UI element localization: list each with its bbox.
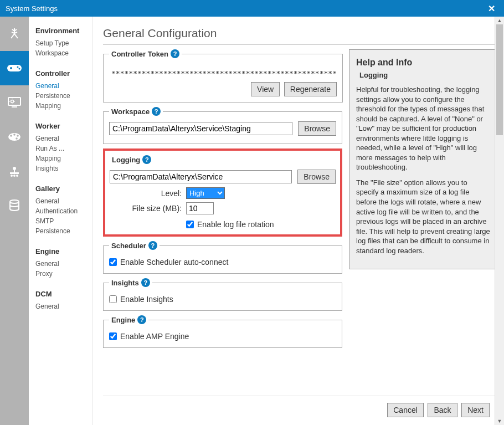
scroll-up-icon[interactable]: ▲ (495, 17, 504, 24)
controller-token-group: Controller Token ? *********************… (103, 49, 343, 103)
help-panel: Help and Info Logging Helpful for troubl… (349, 49, 497, 269)
rail-worker[interactable] (0, 85, 29, 120)
rail-controller[interactable] (0, 51, 29, 85)
sidebar-item-engine-general[interactable]: General (35, 259, 92, 269)
enable-rotation-label: Enable log file rotation (197, 220, 274, 229)
page-title: General Configuration (103, 27, 497, 45)
svg-point-6 (11, 100, 14, 103)
sidebar-item-proxy[interactable]: Proxy (35, 269, 92, 279)
workspace-legend: Workspace (111, 107, 150, 116)
close-icon[interactable]: ✕ (485, 3, 498, 14)
logging-browse-button[interactable]: Browse (297, 170, 336, 184)
sidebar-item-mapping[interactable]: Mapping (35, 101, 92, 111)
sidebar-item-smtp[interactable]: SMTP (35, 216, 92, 226)
insights-legend: Insights (111, 279, 139, 287)
help-icon[interactable]: ? (152, 107, 161, 116)
regenerate-button[interactable]: Regenerate (284, 82, 337, 96)
help-paragraph-1: Helpful for troubleshooting, the logging… (356, 85, 490, 172)
scroll-down-icon[interactable]: ▼ (495, 417, 504, 425)
svg-point-11 (16, 137, 18, 140)
scrollbar-thumb[interactable] (496, 24, 503, 135)
scheduler-group: Scheduler ? Enable Scheduler auto-connec… (103, 241, 342, 274)
svg-point-10 (17, 135, 19, 137)
sidebar: Environment Setup Type Workspace Control… (29, 17, 93, 425)
view-button[interactable]: View (251, 82, 280, 96)
svg-point-1 (10, 67, 12, 69)
window-title: System Settings (6, 4, 485, 13)
sidebar-item-authentication[interactable]: Authentication (35, 206, 92, 216)
engine-legend: Engine (111, 316, 135, 324)
insights-enable-checkbox[interactable] (109, 295, 117, 303)
controller-token-value: ****************************************… (109, 64, 337, 82)
sidebar-item-worker-general[interactable]: General (35, 134, 92, 144)
sidebar-item-insights[interactable]: Insights (35, 163, 92, 173)
sidebar-item-dcm-general[interactable]: General (35, 301, 92, 311)
sidebar-item-workspace[interactable]: Workspace (35, 48, 92, 58)
sidebar-item-setup-type[interactable]: Setup Type (35, 38, 92, 48)
svg-point-9 (13, 134, 16, 136)
logging-path-input[interactable] (110, 170, 292, 183)
workspace-path-input[interactable] (109, 122, 292, 135)
sidebar-group-gallery[interactable]: Gallery (35, 185, 92, 193)
scheduler-legend: Scheduler (111, 242, 146, 250)
engine-enable-checkbox[interactable] (109, 332, 117, 340)
svg-point-12 (13, 167, 16, 170)
controller-token-legend: Controller Token (111, 50, 168, 58)
insights-enable-label: Enable Insights (120, 295, 173, 304)
help-icon[interactable]: ? (171, 49, 179, 58)
sidebar-item-general[interactable]: General (35, 81, 92, 91)
filesize-input[interactable] (186, 202, 214, 214)
svg-point-15 (13, 175, 16, 177)
workspace-browse-button[interactable]: Browse (298, 121, 336, 136)
scheduler-enable-checkbox[interactable] (109, 258, 117, 266)
help-icon[interactable]: ? (137, 315, 146, 324)
enable-rotation-checkbox[interactable] (186, 221, 194, 228)
rail-engine[interactable] (0, 154, 29, 188)
sidebar-item-run-as[interactable]: Run As ... (35, 144, 92, 153)
help-icon[interactable]: ? (148, 241, 157, 250)
sidebar-group-engine[interactable]: Engine (35, 247, 92, 255)
svg-point-16 (16, 175, 18, 177)
engine-group: Engine ? Enable AMP Engine (103, 315, 342, 348)
engine-enable-label: Enable AMP Engine (120, 332, 189, 341)
logging-group: Logging ? Browse Level: High File size (… (103, 149, 342, 237)
rail-dcm[interactable] (0, 188, 29, 223)
titlebar: System Settings ✕ (0, 0, 504, 17)
help-title: Help and Info (356, 58, 490, 68)
svg-point-17 (10, 200, 19, 203)
rail-gallery[interactable] (0, 120, 29, 154)
svg-point-14 (11, 175, 13, 177)
sidebar-group-dcm[interactable]: DCM (35, 290, 92, 298)
rail-environment[interactable] (0, 17, 29, 51)
help-icon[interactable]: ? (141, 278, 150, 287)
svg-rect-13 (10, 172, 19, 174)
help-paragraph-2: The "File size" option allows you to spe… (356, 178, 490, 255)
insights-group: Insights ? Enable Insights (103, 278, 342, 311)
scheduler-enable-label: Enable Scheduler auto-connect (120, 258, 228, 267)
logging-legend: Logging (112, 156, 140, 164)
sidebar-item-worker-mapping[interactable]: Mapping (35, 153, 92, 163)
footer: Cancel Back Next (103, 396, 497, 425)
sidebar-group-controller[interactable]: Controller (35, 69, 92, 78)
next-button[interactable]: Next (461, 403, 490, 417)
svg-point-3 (19, 68, 20, 70)
icon-rail (0, 17, 29, 425)
workspace-group: Workspace ? Browse (103, 107, 342, 144)
sidebar-item-persistence[interactable]: Persistence (35, 91, 92, 101)
scrollbar[interactable]: ▲ ▼ (495, 17, 504, 425)
sidebar-item-gallery-persistence[interactable]: Persistence (35, 226, 92, 236)
back-button[interactable]: Back (428, 403, 457, 417)
sidebar-group-worker[interactable]: Worker (35, 122, 92, 130)
filesize-label: File size (MB): (110, 204, 182, 213)
help-icon[interactable]: ? (142, 155, 151, 164)
level-select[interactable]: High (186, 187, 225, 199)
svg-point-8 (10, 135, 12, 137)
sidebar-group-environment[interactable]: Environment (35, 27, 92, 35)
svg-rect-5 (12, 106, 17, 107)
level-label: Level: (110, 189, 182, 198)
sidebar-item-gallery-general[interactable]: General (35, 196, 92, 206)
help-subtitle: Logging (356, 71, 490, 79)
cancel-button[interactable]: Cancel (387, 403, 424, 417)
svg-point-2 (17, 66, 19, 68)
